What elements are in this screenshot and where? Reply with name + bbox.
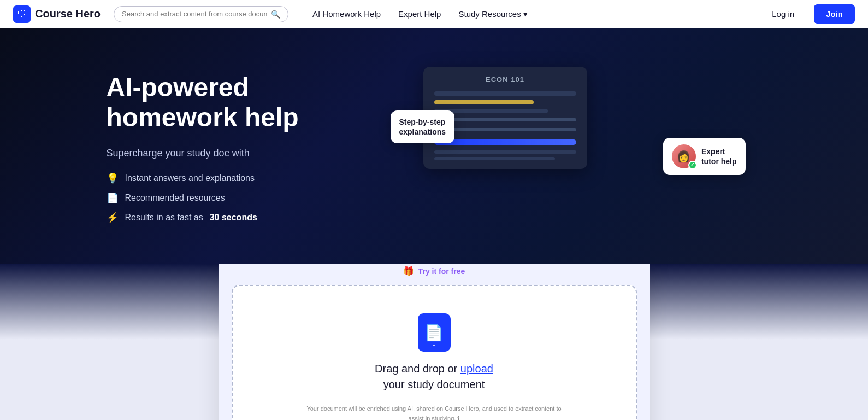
doc-line-small: [442, 118, 576, 121]
doc-line-small: [442, 128, 576, 131]
feature-text-3-bold: 30 seconds: [210, 213, 257, 223]
doc-card-title: ECON 101: [434, 75, 576, 84]
feature-text-2: Recommended resources: [125, 193, 225, 203]
doc-line-accent: [434, 100, 534, 104]
lightning-icon: ⚡: [107, 212, 119, 224]
login-button[interactable]: Log in: [765, 5, 801, 23]
doc-extra-line: [434, 157, 555, 160]
feature-item: 📄 Recommended resources: [107, 192, 358, 204]
logo-text: Course Hero: [35, 8, 101, 20]
doc-row: 2: [434, 116, 576, 123]
logo-link[interactable]: 🛡 Course Hero: [13, 5, 101, 23]
feature-text-3-prefix: Results in as fast as: [125, 213, 203, 223]
info-icon: ℹ: [457, 415, 459, 420]
drop-disclaimer: Your document will be enriched using AI,…: [303, 404, 565, 420]
join-button[interactable]: Join: [814, 4, 855, 24]
badge-step-text: Step-by-stepexplanations: [399, 118, 446, 136]
file-upload-icon: 📄: [424, 324, 444, 342]
doc-extra-line: [434, 150, 576, 154]
feature-text-1: Instant answers and explanations: [125, 173, 255, 183]
drop-subtext: your study document: [383, 378, 485, 391]
drop-text: Drag and drop or upload: [375, 363, 493, 375]
try-label: 🎁 Try it for free: [232, 266, 637, 276]
upload-card: 🎁 Try it for free 📄 ↑ Drag and drop or u…: [219, 253, 650, 420]
navbar: 🛡 Course Hero 🔍 AI Homework Help Expert …: [0, 0, 868, 28]
hero-section: AI-powered homework help Supercharge you…: [0, 28, 868, 264]
badge-step-by-step: Step-by-stepexplanations: [391, 110, 455, 143]
nav-study-resources[interactable]: Study Resources ▾: [452, 5, 534, 24]
upload-section: 🎁 Try it for free 📄 ↑ Drag and drop or u…: [0, 264, 868, 420]
logo-icon: 🛡: [13, 5, 31, 23]
dropzone[interactable]: 📄 ↑ Drag and drop or upload your study d…: [232, 285, 637, 420]
hero-text: AI-powered homework help Supercharge you…: [107, 67, 358, 224]
doc-progress-row: [434, 139, 576, 145]
upload-file-icon: 📄 ↑: [418, 313, 451, 352]
upload-link[interactable]: upload: [460, 363, 493, 375]
search-input[interactable]: [122, 10, 267, 18]
search-icon: 🔍: [271, 10, 280, 19]
hero-features: 💡 Instant answers and explanations 📄 Rec…: [107, 172, 358, 224]
doc-extra-lines: [434, 150, 576, 160]
feature-item: 💡 Instant answers and explanations: [107, 172, 358, 184]
feature-item: ⚡ Results in as fast as 30 seconds: [107, 212, 358, 224]
tutor-check-icon: ✓: [688, 161, 697, 170]
document-icon: 📄: [107, 192, 119, 204]
tutor-avatar: 👩 ✓: [672, 144, 696, 168]
nav-expert-help[interactable]: Expert Help: [392, 5, 447, 23]
nav-ai-homework[interactable]: AI Homework Help: [306, 5, 387, 23]
hero-illustration: ECON 101 2 A: [391, 67, 762, 253]
chevron-down-icon: ▾: [523, 9, 528, 19]
badge-expert-text: Expert tutor help: [701, 147, 737, 166]
badge-expert-tutor: 👩 ✓ Expert tutor help: [663, 138, 746, 175]
upload-arrow-icon: ↑: [432, 341, 436, 353]
lightbulb-icon: 💡: [107, 172, 119, 184]
doc-line: [434, 91, 576, 96]
hero-subtitle: Supercharge your study doc with: [107, 148, 358, 159]
nav-links: AI Homework Help Expert Help Study Resou…: [306, 5, 534, 24]
search-bar[interactable]: 🔍: [114, 6, 288, 22]
hero-title: AI-powered homework help: [107, 72, 358, 132]
doc-row-a: A: [434, 126, 576, 133]
gift-icon: 🎁: [403, 266, 414, 276]
doc-progress-bar: [434, 139, 576, 145]
